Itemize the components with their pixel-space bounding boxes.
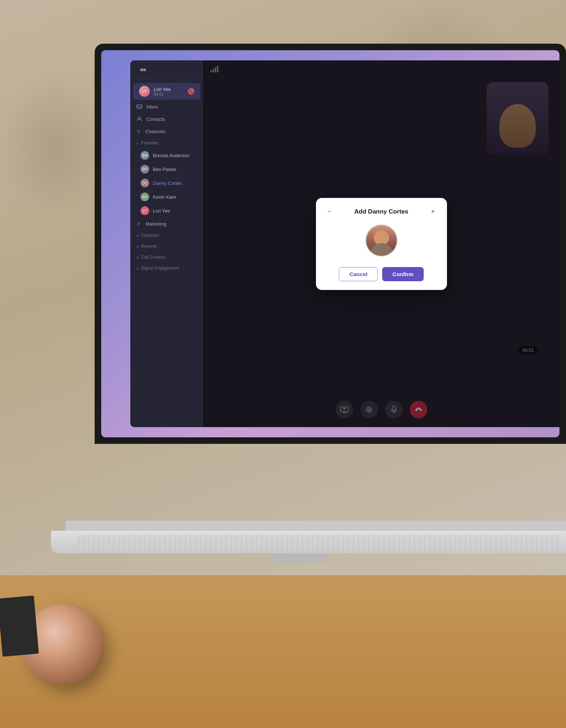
modal-header: ← Add Danny Cortes × xyxy=(325,207,438,217)
recents-label: Recents xyxy=(141,244,157,249)
digital-engagement-label: Digital Engagement xyxy=(141,266,179,271)
kevin-name: Kevin Kare xyxy=(153,194,176,200)
laptop: LY Lori Yee 06:01 📞 xyxy=(36,44,566,619)
confirm-button[interactable]: Confirm xyxy=(382,267,424,281)
favorite-kevin-kare[interactable]: KK Kevin Kare xyxy=(130,190,203,204)
danny-avatar: DC xyxy=(140,179,149,187)
lori-yee-avatar: LY xyxy=(139,86,150,97)
top-nav xyxy=(130,60,203,79)
brenda-name: Brenda Anderson xyxy=(153,153,189,158)
call-centers-label: Call Centers xyxy=(141,255,165,260)
channels-label: Channels xyxy=(146,129,166,134)
sidebar-content: LY Lori Yee 06:01 📞 xyxy=(130,79,203,277)
ben-name: Ben Parker xyxy=(153,167,177,172)
modal-title: Add Danny Cortes xyxy=(335,208,428,215)
notebook xyxy=(0,596,39,657)
channels-chevron: ∧ xyxy=(136,234,139,238)
sidebar-item-contacts[interactable]: Contacts xyxy=(130,113,203,125)
laptop-bezel: LY Lori Yee 06:01 📞 xyxy=(95,44,566,444)
favorites-chevron: ∨ xyxy=(136,141,139,145)
favorite-ben-parker[interactable]: BP Ben Parker xyxy=(130,162,203,176)
laptop-screen: LY Lori Yee 06:01 📞 xyxy=(101,50,559,437)
sidebar: LY Lori Yee 06:01 📞 xyxy=(130,60,203,427)
avatar-body xyxy=(369,243,393,256)
favorite-danny-cortes[interactable]: DC Danny Cortes xyxy=(130,176,203,190)
modal-contact-avatar xyxy=(365,224,398,257)
channels-section-header: ∧ Channels xyxy=(130,230,203,241)
ben-avatar: BP xyxy=(140,165,149,174)
marketing-hash-icon: # xyxy=(135,220,142,227)
contact-info: Lori Yee 06:01 xyxy=(154,87,184,96)
contact-time: 06:01 xyxy=(154,92,184,96)
sidebar-item-channels[interactable]: # Channels xyxy=(130,125,203,138)
svg-point-1 xyxy=(143,68,146,71)
favorites-section-header: ∨ Favorites xyxy=(130,138,203,148)
modal-back-button[interactable]: ← xyxy=(325,207,335,217)
favorite-lori-yee[interactable]: LY Lori Yee xyxy=(130,204,203,218)
danny-name: Danny Cortes xyxy=(153,180,182,186)
contact-name: Lori Yee xyxy=(154,87,184,92)
active-contact-item[interactable]: LY Lori Yee 06:01 📞 xyxy=(133,83,200,100)
hash-icon: # xyxy=(135,128,142,135)
svg-point-0 xyxy=(140,68,143,71)
laptop-trackpad xyxy=(269,554,328,562)
channels-section-label: Channels xyxy=(141,233,159,238)
brenda-avatar: BA xyxy=(140,151,149,160)
active-call-indicator: 📞 xyxy=(188,88,194,95)
marketing-label: Marketing xyxy=(146,221,166,227)
favorites-label: Favorites xyxy=(141,140,159,146)
modal-actions: Cancel Confirm xyxy=(325,267,438,281)
digital-engagement-chevron: ∧ xyxy=(136,266,139,270)
call-centers-section-header: ∧ Call Centers xyxy=(130,252,203,263)
main-content: 06:01 xyxy=(203,60,559,427)
call-centers-chevron: ∧ xyxy=(136,255,139,259)
logo-icon xyxy=(139,66,147,74)
contacts-label: Contacts xyxy=(146,116,165,122)
digital-engagement-section-header: ∧ Digital Engagement xyxy=(130,263,203,274)
sidebar-item-marketing[interactable]: # Marketing xyxy=(130,218,203,230)
lori-name: Lori Yee xyxy=(153,208,170,214)
inbox-label: Inbox xyxy=(146,104,158,110)
keyboard-pattern xyxy=(78,535,561,549)
contacts-icon xyxy=(136,116,143,122)
add-contact-modal: ← Add Danny Cortes × xyxy=(316,198,447,290)
kevin-avatar: KK xyxy=(140,192,149,201)
inbox-icon xyxy=(136,103,143,110)
recents-section-header: ∧ Recents xyxy=(130,241,203,252)
modal-close-button[interactable]: × xyxy=(428,207,438,217)
app-window: LY Lori Yee 06:01 📞 xyxy=(130,60,559,427)
modal-avatar-area xyxy=(325,224,438,257)
recents-chevron: ∧ xyxy=(136,244,139,248)
modal-overlay: ← Add Danny Cortes × xyxy=(203,60,559,427)
sidebar-item-inbox[interactable]: Inbox xyxy=(130,100,203,113)
laptop-keyboard xyxy=(51,531,566,553)
cancel-button[interactable]: Cancel xyxy=(339,267,378,281)
laptop-base xyxy=(66,521,566,532)
lori-fav-avatar: LY xyxy=(140,206,149,215)
avatar-inner xyxy=(366,225,397,256)
favorite-brenda-anderson[interactable]: BA Brenda Anderson xyxy=(130,148,203,162)
nav-icons xyxy=(139,66,147,74)
